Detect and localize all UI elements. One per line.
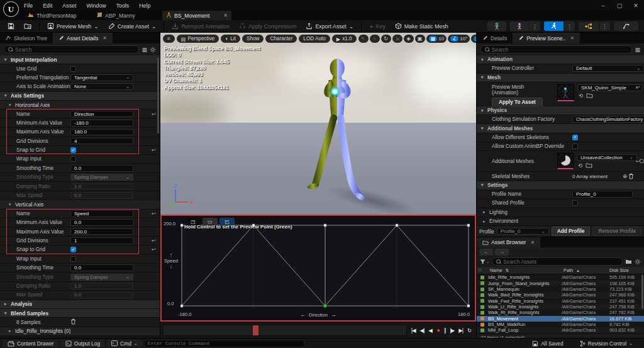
- subsection-vertical-axis[interactable]: ▾Vertical Axis: [0, 200, 160, 209]
- asset-row-sk_mannequin[interactable]: SK_Mannequin/All/Game/Chara73.223 KiB: [477, 286, 644, 292]
- reset-icon[interactable]: ↩: [152, 111, 156, 117]
- surface-snap-button[interactable]: ▣: [415, 35, 425, 43]
- preferred-triangulation-direc-select[interactable]: Tangential⌄: [70, 74, 133, 81]
- section-blend-samples[interactable]: ▾Blend Samples: [0, 309, 160, 318]
- search-input[interactable]: [492, 47, 628, 53]
- expander-icon[interactable]: ▾: [4, 57, 11, 62]
- section-input-interpolation[interactable]: ▾Input Interpolation: [0, 55, 160, 64]
- browse-asset-icon[interactable]: [586, 93, 593, 98]
- tab-skeleton-tree[interactable]: Skeleton Tree: [0, 33, 53, 43]
- asset-row-walk_rt_rifle_ironsights[interactable]: Walk_Rt_Rifle_Ironsights/All/Game/Chara2…: [477, 310, 644, 315]
- show-labels-button[interactable]: ▭: [203, 218, 218, 225]
- lit-button[interactable]: ◐Lit: [221, 35, 240, 43]
- scale-snap-button[interactable]: ◿0.25: [471, 35, 476, 43]
- smoothing-time-field[interactable]: 0.0: [70, 165, 133, 172]
- rotate-tool-button[interactable]: ↻: [381, 35, 391, 43]
- expander-icon[interactable]: ▸: [9, 328, 15, 334]
- create-asset-button[interactable]: Create Asset⌄: [104, 21, 161, 31]
- snap-to-grid-checkbox[interactable]: ✓: [70, 247, 76, 252]
- character-button[interactable]: Character: [265, 35, 297, 43]
- move-tool-button[interactable]: +: [370, 35, 380, 43]
- column-size[interactable]: Disk Size: [608, 267, 644, 273]
- reset-icon[interactable]: ↩: [152, 238, 156, 244]
- section-lighting[interactable]: ▸Lighting: [477, 208, 644, 217]
- expander-icon[interactable]: ▾: [4, 311, 11, 316]
- add-profile-button[interactable]: Add Profile: [552, 227, 591, 236]
- step-backward-button[interactable]: ◀|: [418, 327, 426, 334]
- play-reverse-button[interactable]: ◀: [426, 327, 434, 334]
- pause-button[interactable]: ||: [442, 327, 447, 334]
- minimize-icon[interactable]: –: [595, 3, 611, 9]
- menu-help[interactable]: Help: [139, 3, 150, 9]
- output-log-button[interactable]: Output Log: [60, 340, 105, 347]
- show-button[interactable]: Show: [242, 35, 264, 43]
- animation-mode-options-icon[interactable]: ⋮: [564, 21, 575, 31]
- reset-icon[interactable]: ↩: [152, 247, 156, 252]
- subsection-horizontal-axis[interactable]: ▾Horizontal Axis: [0, 101, 160, 109]
- viewport-menu-button[interactable]: ≡: [163, 35, 175, 43]
- animation-mode-button[interactable]: [544, 21, 564, 31]
- preview-mesh-button[interactable]: Preview Mesh⌄: [43, 21, 103, 31]
- allow-different-skeletons-checkbox[interactable]: ✓: [572, 135, 578, 140]
- expander-icon[interactable]: ▾: [9, 202, 15, 207]
- close-tab-icon[interactable]: ✕: [570, 35, 574, 41]
- apply-to-asset-button[interactable]: Apply To Asset: [492, 98, 543, 107]
- coord-system-button[interactable]: ◈: [404, 35, 414, 43]
- blueprint-mode-button[interactable]: [579, 22, 599, 31]
- preview-mesh-thumbnail[interactable]: [557, 84, 574, 101]
- use-grid-checkbox[interactable]: [70, 66, 76, 72]
- preview-viewport[interactable]: ≡▤Perspective◐LitShowCharacterLOD Auto▶x…: [160, 33, 476, 215]
- maximum-axis-value-field[interactable]: 180.0: [70, 129, 133, 136]
- columns-icon[interactable]: ∷: [477, 267, 486, 273]
- folder-icon[interactable]: [625, 259, 632, 264]
- add-element-icon[interactable]: ⊕: [621, 173, 628, 179]
- profile-select[interactable]: Profile_0⌄: [497, 228, 549, 235]
- preview-scene-search[interactable]: [480, 45, 632, 53]
- loop-button[interactable]: ↻: [465, 327, 473, 334]
- console-input[interactable]: [148, 341, 301, 346]
- save-collection-icon[interactable]: [640, 158, 644, 164]
- asset-row-idle_rifle_ironsights[interactable]: Idle_Rifle_Ironsights/All/Game/Chara595.…: [477, 274, 644, 280]
- use-selected-icon[interactable]: ⟲: [577, 93, 584, 99]
- lod-button[interactable]: LOD Auto: [299, 35, 330, 43]
- preview-controller-select[interactable]: Default⌄: [572, 65, 644, 72]
- reset-icon[interactable]: ↩: [636, 84, 640, 90]
- back-button[interactable]: ←: [479, 249, 493, 255]
- tab-details[interactable]: Details: [477, 33, 513, 43]
- playback-speed-button[interactable]: ▶x1.0: [332, 35, 357, 43]
- close-tab-icon[interactable]: ✕: [223, 13, 228, 18]
- grid-divisions-field[interactable]: 4: [70, 138, 133, 145]
- perspective-button[interactable]: ▤Perspective: [177, 35, 219, 43]
- trash-icon[interactable]: [70, 318, 76, 326]
- preview-character[interactable]: [304, 52, 374, 210]
- menu-file[interactable]: File: [24, 3, 33, 9]
- doc-tab-abp_manny[interactable]: ABP_Manny: [93, 11, 162, 20]
- trash-icon[interactable]: [628, 173, 634, 179]
- step-forward-button[interactable]: |▶: [448, 327, 456, 334]
- maximize-icon[interactable]: ▢: [611, 3, 628, 9]
- apply-compression-button[interactable]: Apply Compression: [235, 21, 301, 31]
- asset-row-jump_from_stand_ironsights[interactable]: Jump_From_Stand_Ironsights/All/Game/Char…: [477, 281, 644, 286]
- grid-view-icon[interactable]: ▦: [142, 47, 147, 53]
- section-environment[interactable]: ▸Environment: [477, 217, 644, 226]
- browse-asset-icon[interactable]: [586, 162, 592, 168]
- grid-view-icon[interactable]: ▦: [635, 47, 640, 53]
- menu-window[interactable]: Window: [86, 3, 106, 9]
- mesh-mode-button[interactable]: [510, 21, 529, 31]
- close-tab-icon[interactable]: ✕: [103, 35, 107, 41]
- section-additional-meshes[interactable]: ▾Additional Meshes: [477, 124, 644, 133]
- reset-icon[interactable]: ↩: [152, 147, 156, 153]
- wrap-input-checkbox[interactable]: [70, 256, 76, 262]
- name-field[interactable]: Direction: [70, 111, 133, 118]
- axis-to-scale-animation-select[interactable]: None⌄: [70, 83, 133, 90]
- tab-asset-browser[interactable]: Asset Browser ✕: [477, 237, 540, 247]
- graph-plot-area[interactable]: [180, 223, 470, 308]
- column-name[interactable]: Name ⇅: [486, 267, 560, 273]
- tab-asset-details[interactable]: Asset Details ✕: [53, 33, 113, 43]
- grid-snap-button[interactable]: ▦10: [426, 35, 447, 43]
- browse-to-asset-button[interactable]: [19, 21, 36, 31]
- cmd-button[interactable]: Cmd ⌄: [106, 340, 143, 347]
- expander-icon[interactable]: ▾: [9, 103, 15, 108]
- asset-search[interactable]: [492, 257, 623, 266]
- select-samples-button[interactable]: ◰: [219, 218, 235, 225]
